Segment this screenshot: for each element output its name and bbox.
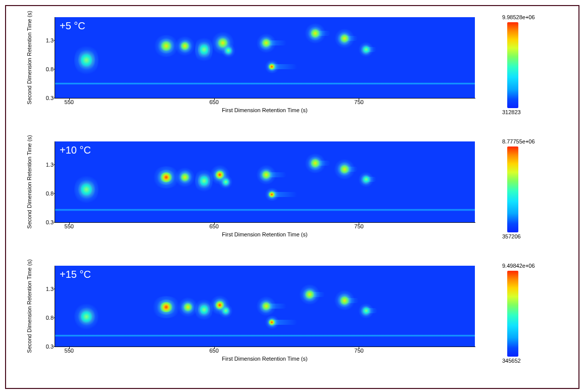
chromatogram-peak <box>215 301 224 310</box>
y-tick-label: 0.8 <box>44 66 54 72</box>
x-tick-mark <box>69 347 70 349</box>
peak-tail <box>310 292 325 297</box>
colorbar-max: 9.49842e+06 <box>502 263 535 269</box>
y-tick-mark <box>54 347 55 347</box>
plot-3: +15 °C First Dimension Retention Time (s… <box>42 266 487 362</box>
y-tick-label: 0.3 <box>44 95 54 101</box>
y-tick-label: 1.3 <box>44 37 54 43</box>
x-tick-mark <box>359 347 359 349</box>
y-axis-label: Second Dimension Retention Time (s) <box>26 135 32 228</box>
peak-tail <box>345 36 358 41</box>
panel-title-3: +15 °C <box>60 269 91 280</box>
colorbar-gradient <box>507 271 518 357</box>
y-tick-mark <box>54 40 55 40</box>
colorbar-min: 345652 <box>502 358 521 364</box>
y-tick-label: 0.3 <box>44 344 54 350</box>
colorbar-gradient <box>507 22 518 108</box>
peak-tail <box>315 161 330 166</box>
peak-tail <box>272 320 297 325</box>
peak-tail <box>366 47 376 52</box>
peak-tail <box>266 304 286 309</box>
y-tick-mark <box>54 98 55 99</box>
peak-tail <box>266 172 286 177</box>
chromatogram-peak <box>180 173 189 182</box>
y-tick-mark <box>54 69 55 69</box>
panel-title-1: +5 °C <box>60 20 85 32</box>
chromatogram-peak <box>200 175 208 187</box>
x-tick-mark <box>214 347 215 349</box>
x-axis-label: First Dimension Retention Time (s) <box>55 231 475 237</box>
baseline-stripe <box>55 209 475 211</box>
y-tick-mark <box>54 222 55 223</box>
chromatogram-peak <box>159 302 173 312</box>
colorbar-max: 9.98528e+06 <box>502 14 535 20</box>
peak-tail <box>345 167 358 172</box>
peak-tail <box>272 192 297 197</box>
x-tick-mark <box>69 222 70 224</box>
y-axis-label: Second Dimension Retention Time (s) <box>26 259 32 353</box>
y-tick-label: 0.8 <box>44 190 54 197</box>
chromatogram-peak <box>218 37 228 48</box>
plot-1: +5 °C First Dimension Retention Time (s)… <box>42 17 487 113</box>
peak-tail <box>315 31 330 36</box>
x-tick-mark <box>359 98 359 100</box>
heatmap-area-2 <box>55 141 475 222</box>
peak-tail <box>266 40 286 45</box>
chromatogram-peak <box>160 41 172 51</box>
y-tick-label: 0.8 <box>44 315 54 321</box>
colorbar-1: 9.98528e+06 312823 <box>502 15 563 116</box>
colorbar-min: 357206 <box>502 233 521 239</box>
colorbar-2: 8.77755e+06 357206 <box>502 139 563 240</box>
y-tick-mark <box>54 288 55 289</box>
y-tick-label: 0.3 <box>44 219 54 225</box>
heatmap-area-3 <box>55 266 475 347</box>
plot-2: +10 °C First Dimension Retention Time (s… <box>42 141 487 237</box>
colorbar-gradient <box>507 146 518 232</box>
colorbar-3: 9.49842e+06 345652 <box>502 264 563 365</box>
y-tick-label: 1.3 <box>44 162 54 168</box>
chromatogram-peak <box>160 172 173 182</box>
x-tick-mark <box>214 98 215 100</box>
peak-tail <box>366 308 377 313</box>
y-axis-label: Second Dimension Retention Time (s) <box>26 11 32 104</box>
y-tick-mark <box>54 164 55 165</box>
chromatogram-peak <box>225 47 231 54</box>
panel-row-2: Second Dimension Retention Time (s) +10 … <box>20 141 571 253</box>
figure-frame: Second Dimension Retention Time (s) +5 °… <box>5 5 579 389</box>
x-tick-mark <box>214 222 215 224</box>
x-axis-label: First Dimension Retention Time (s) <box>55 356 475 362</box>
peak-tail <box>272 64 297 69</box>
peak-tail <box>366 177 376 182</box>
baseline-stripe <box>55 334 475 337</box>
x-tick-mark <box>69 98 70 100</box>
y-tick-label: 1.3 <box>44 286 54 292</box>
chromatogram-peak <box>200 304 208 315</box>
baseline-stripe <box>55 82 475 85</box>
chromatogram-peak <box>81 310 92 323</box>
chromatogram-peak <box>183 303 192 312</box>
panel-row-1: Second Dimension Retention Time (s) +5 °… <box>20 17 571 128</box>
chromatogram-peak <box>215 170 224 179</box>
chromatogram-peak <box>200 43 208 56</box>
colorbar-min: 312823 <box>502 109 521 115</box>
chromatogram-peak <box>81 182 92 197</box>
panel-row-3: Second Dimension Retention Time (s) +15 … <box>20 266 571 377</box>
y-tick-mark <box>54 317 55 318</box>
panel-title-2: +10 °C <box>60 144 91 156</box>
x-tick-mark <box>359 222 359 224</box>
chromatogram-peak <box>81 53 92 68</box>
chromatogram-peak <box>180 41 189 51</box>
chromatogram-peak <box>223 178 229 185</box>
heatmap-area-1 <box>55 17 475 98</box>
colorbar-max: 8.77755e+06 <box>502 138 535 144</box>
chromatogram-peak <box>223 307 229 314</box>
y-tick-mark <box>54 193 55 193</box>
x-axis-label: First Dimension Retention Time (s) <box>55 107 475 113</box>
peak-tail <box>345 298 359 303</box>
